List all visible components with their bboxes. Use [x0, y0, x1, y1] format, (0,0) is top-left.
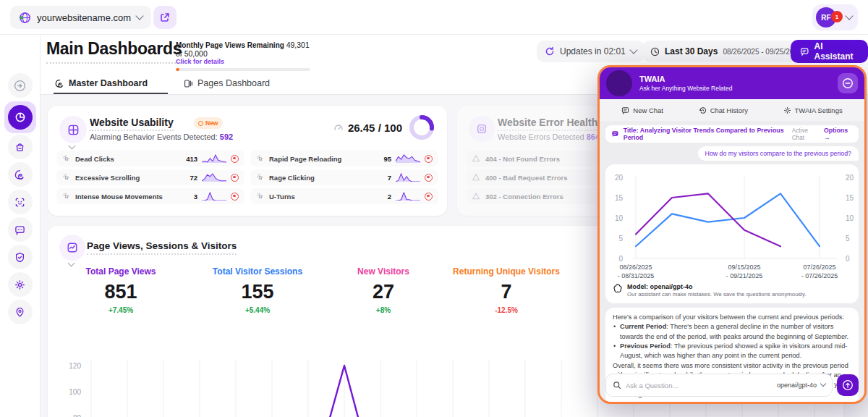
site-selector[interactable]: yourwebsitename.com — [10, 6, 151, 29]
cursor-click-icon — [62, 192, 71, 201]
session-recording-icon[interactable] — [425, 155, 433, 163]
top-bar: yourwebsitename.com RF 1 — [0, 0, 868, 35]
sidebar-item-ecommerce[interactable] — [8, 135, 33, 159]
assistant-tagline: Ask her Anything Website Related — [639, 85, 732, 92]
usability-score: 26.45 / 100 — [333, 122, 402, 134]
answer-bullet: Current Period: There's been a general d… — [613, 322, 851, 342]
minus-circle-icon — [842, 77, 854, 89]
usability-row-label: Dead Clicks — [75, 155, 114, 163]
usability-rows: Dead Clicks413Rapid Page Reloading95Exce… — [56, 151, 438, 204]
chevron-down-icon — [135, 12, 143, 20]
sidebar-item-dashboard[interactable] — [4, 101, 36, 133]
stat-returning-unique-visitors: Returning Unique Visitors 7 -12.5% — [434, 266, 579, 314]
model-disclaimer: Our assistant can make mistakes. We save… — [627, 291, 807, 298]
usability-row-label: Excessive Scrolling — [75, 174, 140, 182]
minimize-assistant-button[interactable] — [838, 73, 858, 93]
usability-row[interactable]: Intense Mouse Movements3 — [56, 188, 244, 204]
pages-columns-icon — [184, 79, 193, 88]
svg-text:0: 0 — [846, 255, 850, 263]
svg-text:07/26/2025: 07/26/2025 — [803, 264, 835, 271]
send-question-button[interactable] — [837, 374, 859, 396]
usability-score-ring — [408, 114, 435, 141]
stat-total-page-views: Total Page Views 851 +7.45% — [56, 266, 186, 314]
sidebar-item-visitor-behavior[interactable] — [8, 190, 33, 214]
session-recording-icon[interactable] — [231, 155, 239, 163]
assistant-chat-icon — [800, 46, 809, 56]
sparkline — [202, 154, 226, 163]
answer-bullet: Previous Period: The previous period sho… — [613, 342, 851, 361]
sparkline — [202, 192, 226, 201]
session-recording-icon[interactable] — [231, 193, 239, 201]
svg-text:- 07/26/2025: - 07/26/2025 — [801, 272, 838, 279]
stat-new-visitors: New Visitors 27 +8% — [318, 266, 448, 314]
usability-row-label: Rapid Page Reloading — [269, 155, 341, 163]
new-chat-button[interactable]: New Chat — [621, 106, 663, 114]
usability-row[interactable]: Rapid Page Reloading95 — [250, 151, 438, 167]
usability-row-value: 7 — [388, 174, 391, 182]
sparkline — [396, 173, 420, 182]
tab-pages-dashboard[interactable]: Pages Dashboard — [184, 78, 270, 88]
collapse-chevron-icon[interactable] — [69, 143, 76, 150]
cursor-click-icon — [256, 173, 265, 182]
ask-question-input[interactable] — [626, 382, 773, 389]
sidebar — [0, 35, 41, 417]
svg-text:09/15/2025: 09/15/2025 — [728, 264, 760, 271]
assistant-input-row: openai/gpt-4o — [605, 374, 859, 397]
search-icon — [613, 381, 621, 389]
stat-total-visitor-sessions: Total Visitor Sessions 155 +5.44% — [185, 266, 330, 314]
user-menu[interactable]: RF 1 — [812, 4, 858, 30]
tab-master-dashboard[interactable]: Master Dashboard — [55, 78, 148, 88]
usability-row-label: U-Turns — [269, 193, 295, 201]
sidebar-item-sessions[interactable] — [8, 162, 33, 187]
svg-text:20: 20 — [846, 174, 854, 182]
usability-row-value: 413 — [186, 155, 197, 163]
twaia-settings-button[interactable]: TWAIA Settings — [783, 106, 843, 114]
visitor-comparison-chart: 202015151010550008/26/2025- 08/31/202509… — [607, 167, 861, 282]
svg-text:- 08/31/2025: - 08/31/2025 — [618, 272, 655, 279]
spiral-sessions-icon — [14, 169, 25, 180]
usability-subtitle: Alarming Behavior Events Detected: 592 — [90, 132, 233, 141]
site-favicon-globe-icon — [19, 12, 31, 24]
shield-check-icon — [14, 252, 25, 263]
usability-row[interactable]: U-Turns2 — [250, 188, 438, 204]
answer-intro: Here's a comparison of your visitors bet… — [613, 313, 851, 322]
model-selector[interactable]: openai/gpt-4o — [777, 382, 817, 389]
usability-row[interactable]: Excessive Scrolling72 — [56, 169, 244, 185]
session-recording-icon[interactable] — [425, 193, 433, 201]
spiral-sessions-icon — [55, 79, 64, 88]
quota-details-link[interactable]: Click for details — [176, 58, 313, 65]
openai-logo-icon — [613, 283, 623, 293]
dashboard-pie-icon — [8, 105, 33, 130]
new-badge: New — [194, 117, 223, 129]
page-title: Main Dashboards — [46, 39, 182, 64]
cursor-click-icon — [62, 154, 71, 163]
external-link-icon — [160, 12, 170, 22]
chat-options-link[interactable]: Options → — [824, 127, 853, 141]
pageviews-card-icon — [59, 235, 85, 261]
refresh-icon — [545, 46, 555, 56]
chat-history-button[interactable]: Chat History — [699, 106, 748, 114]
sidebar-item-chat[interactable] — [8, 217, 33, 242]
updates-dropdown[interactable]: Updates in 02:01 — [537, 41, 644, 62]
quota-widget[interactable]: Monthly Page Views Remaining 49,301 of 5… — [176, 41, 313, 71]
sidebar-item-location[interactable] — [8, 300, 33, 324]
error-health-title: Website Error Health — [498, 117, 597, 131]
session-recording-icon[interactable] — [231, 174, 239, 182]
cursor-click-icon — [256, 192, 265, 201]
warning-triangle-icon — [472, 192, 480, 201]
assistant-avatar — [606, 70, 632, 96]
sidebar-item-settings[interactable] — [8, 272, 33, 297]
open-site-button[interactable] — [153, 6, 176, 29]
sidebar-item-security[interactable] — [8, 245, 33, 269]
ai-assistant-button[interactable]: AI Assistant — [791, 40, 868, 63]
session-recording-icon[interactable] — [425, 174, 433, 182]
collapse-chevron-icon[interactable] — [68, 260, 75, 267]
sidebar-expand-button[interactable] — [8, 73, 33, 98]
usability-row[interactable]: Rage Clicking7 — [250, 169, 438, 185]
usability-row[interactable]: Dead Clicks413 — [56, 151, 244, 167]
usability-row-value: 95 — [383, 155, 391, 163]
svg-text:5: 5 — [618, 235, 623, 243]
question-input-field[interactable]: openai/gpt-4o — [605, 374, 833, 397]
answer-bullets: Current Period: There's been a general d… — [613, 322, 851, 361]
sparkline — [396, 154, 420, 163]
